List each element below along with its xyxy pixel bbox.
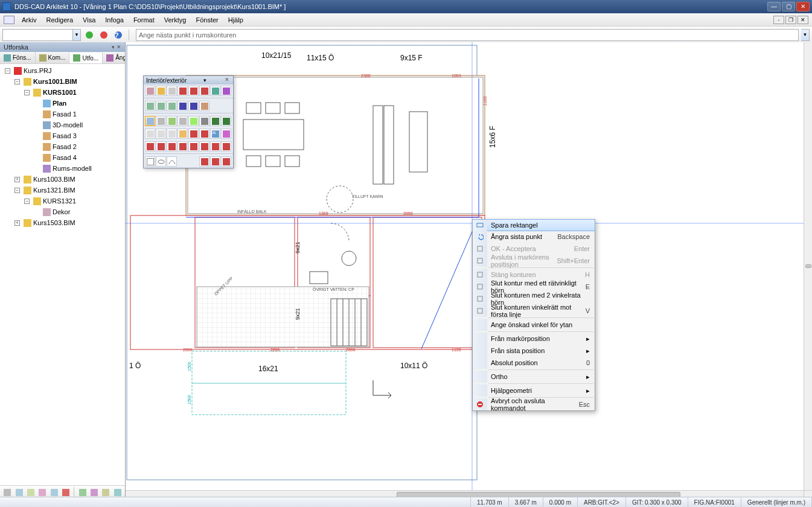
pal-tool[interactable] — [156, 116, 166, 126]
pal-tool[interactable] — [221, 141, 231, 151]
tree-item-plan[interactable]: Plan — [53, 98, 66, 108]
context-menu-item[interactable]: OK - AccepteraEnter — [473, 243, 595, 255]
context-menu-item[interactable]: Ortho▸ — [473, 371, 595, 383]
pal-tool[interactable] — [177, 116, 188, 126]
pal-tool[interactable] — [177, 129, 188, 139]
pal-tool[interactable] — [167, 86, 177, 96]
tree-expander[interactable]: − — [24, 90, 30, 95]
pal-tool[interactable] — [156, 101, 166, 111]
tree-expander[interactable]: − — [24, 199, 30, 204]
pal-tool[interactable] — [188, 86, 199, 96]
vertical-scrollbar[interactable] — [804, 42, 812, 490]
tree-item[interactable]: KURS1321 — [43, 196, 76, 206]
tab-utforska[interactable]: Utfo... — [69, 53, 103, 64]
pal-tool[interactable] — [167, 141, 177, 151]
layer-combobox[interactable]: ▼ — [2, 29, 81, 41]
tree-item[interactable]: Fasad 1 — [53, 109, 77, 119]
context-menu-item[interactable]: Från sista position▸ — [473, 345, 595, 357]
tree-expander[interactable]: − — [5, 68, 10, 74]
pal-tool-selected[interactable] — [145, 116, 155, 126]
pal-tool[interactable] — [167, 156, 177, 167]
accept-button[interactable] — [83, 29, 95, 41]
tree-item[interactable]: 3D-modell — [53, 120, 83, 130]
pal-tool[interactable] — [145, 101, 155, 111]
menu-arkiv[interactable]: Arkiv — [17, 15, 41, 25]
pal-tool[interactable] — [210, 86, 220, 96]
tree-expander[interactable]: + — [14, 177, 20, 182]
pal-tool[interactable] — [167, 129, 177, 139]
tree-item[interactable]: Dekor — [53, 207, 70, 217]
pal-tool[interactable] — [199, 101, 209, 111]
pal-tool[interactable] — [156, 129, 166, 139]
pal-tool[interactable] — [199, 156, 209, 167]
pal-tool[interactable] — [188, 129, 199, 139]
mdi-close-button[interactable]: ✕ — [798, 16, 808, 24]
menu-infoga[interactable]: Infoga — [100, 15, 129, 25]
close-button[interactable]: ✕ — [796, 2, 810, 11]
pal-tool[interactable] — [188, 101, 199, 111]
pal-tool[interactable] — [177, 101, 188, 111]
mdi-restore-button[interactable]: ❐ — [785, 16, 796, 24]
pal-tool[interactable] — [156, 141, 166, 151]
context-menu-item[interactable]: Från markörposition▸ — [473, 333, 595, 345]
context-menu-item[interactable]: Hjälpgeometri▸ — [473, 384, 595, 397]
context-menu-item[interactable]: Slut kontur med ett rätvinkligt hörnE — [473, 281, 595, 293]
pal-tool[interactable] — [199, 141, 209, 151]
tree-expander[interactable]: − — [14, 188, 20, 193]
palette-interior-exterior[interactable]: Interiör/exteriör ▾ ✕ — [143, 75, 234, 168]
cancel-button[interactable] — [98, 29, 110, 41]
pal-tool[interactable]: Js — [210, 129, 220, 139]
pal-tool[interactable] — [199, 129, 209, 139]
palette-title[interactable]: Interiör/exteriör ▾ ✕ — [144, 76, 233, 84]
command-input[interactable] — [136, 29, 799, 41]
pal-tool[interactable] — [210, 141, 220, 151]
context-menu-item[interactable]: Slut konturen med 2 vinkelrata hörn — [473, 293, 595, 305]
tree-item[interactable]: Kurs1001.BIM — [33, 77, 77, 86]
help-button[interactable]: ? — [112, 29, 124, 41]
tree-item[interactable]: Fasad 2 — [53, 142, 77, 151]
scrollbar-thumb[interactable] — [805, 264, 811, 268]
tree-item[interactable]: Kurs1003.BIM — [33, 174, 75, 184]
tree-item[interactable]: Fasad 3 — [53, 131, 77, 141]
palette-close-button[interactable]: ✕ — [223, 77, 231, 84]
pal-tool[interactable] — [177, 141, 188, 151]
pal-tool[interactable] — [167, 101, 177, 111]
pal-tool[interactable] — [221, 116, 231, 126]
tree-item[interactable]: Rums-modell — [53, 164, 92, 173]
tree-item[interactable]: KURS1001 — [43, 88, 77, 97]
pal-tool[interactable] — [145, 156, 155, 167]
pal-tool[interactable] — [145, 129, 155, 139]
tab-fonster[interactable]: Föns... — [0, 52, 36, 63]
pal-tool[interactable] — [156, 86, 166, 96]
project-tree[interactable]: −Kurs.PRJ −Kurs1001.BIM −KURS1001 Plan F… — [0, 64, 125, 485]
context-menu-item[interactable]: Stäng konturenH — [473, 269, 595, 281]
tree-item[interactable]: Kurs1321.BIM — [33, 185, 75, 195]
tree-expander[interactable]: − — [14, 79, 20, 84]
menu-verktyg[interactable]: Verktyg — [159, 15, 191, 25]
menu-visa[interactable]: Visa — [78, 15, 100, 25]
pal-tool[interactable] — [199, 116, 209, 126]
context-menu[interactable]: Spara rektangelÅngra sista punktBackspac… — [472, 219, 595, 411]
tree-item[interactable]: Kurs1503.BIM — [33, 218, 75, 228]
context-menu-item[interactable]: Ange önskad vinkel för ytan — [473, 319, 595, 331]
menu-fonster[interactable]: Fönster — [191, 15, 223, 25]
pal-tool[interactable] — [199, 86, 209, 96]
command-history-button[interactable]: ▼ — [801, 29, 810, 41]
pal-tool[interactable] — [210, 116, 220, 126]
menu-redigera[interactable]: Redigera — [41, 15, 78, 25]
pal-tool[interactable] — [177, 86, 188, 96]
pal-tool[interactable] — [221, 129, 231, 139]
context-menu-item[interactable]: Ångra sista punktBackspace — [473, 231, 595, 243]
menu-format[interactable]: Format — [129, 15, 159, 25]
pal-tool[interactable] — [156, 156, 166, 167]
menu-hjalp[interactable]: Hjälp — [223, 15, 248, 25]
pal-tool[interactable] — [145, 86, 155, 96]
tab-angra[interactable]: Ångr... — [103, 52, 125, 63]
context-menu-item[interactable]: Spara rektangel — [472, 219, 595, 231]
pal-tool[interactable] — [167, 116, 177, 126]
tree-item-root[interactable]: Kurs.PRJ — [24, 66, 51, 75]
minimize-button[interactable]: — — [767, 2, 781, 11]
tree-item[interactable]: Fasad 4 — [53, 153, 77, 162]
context-menu-item[interactable]: Slut konturen vinkelrätt mot första linj… — [473, 305, 595, 317]
pal-tool[interactable] — [188, 116, 199, 126]
